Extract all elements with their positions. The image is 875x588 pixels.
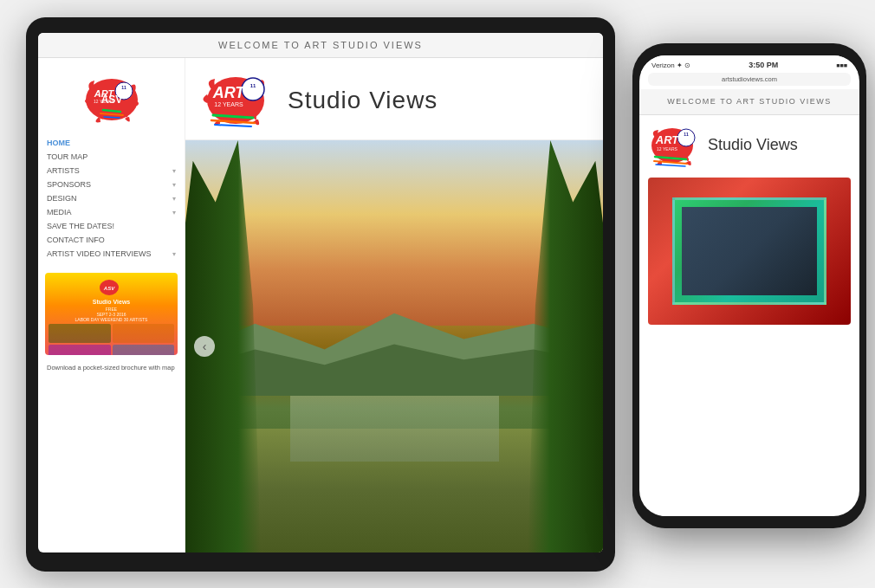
phone-status-bar: Verizon ✦ ⊙ 3:50 PM ■■■ <box>639 55 859 73</box>
nav-item-tourmap[interactable]: TOUR MAP <box>47 150 176 164</box>
sidebar-caption: Download a pocket-sized brochure with ma… <box>38 360 185 376</box>
phone-screen: Verizon ✦ ⊙ 3:50 PM ■■■ artstudioviews.c… <box>639 55 859 516</box>
sidebar-logo: ASV 11 ART 12 YEARS <box>38 67 185 136</box>
phone-url-text: artstudioviews.com <box>722 75 777 83</box>
sidebar-brochure[interactable]: ASV Studio Views FREESEPT 2-3 2016LABOR … <box>45 273 178 355</box>
scene: WELCOME TO ART STUDIO VIEWS <box>0 0 875 588</box>
site-logo-text: Studio Views <box>288 87 438 114</box>
sidebar: ASV 11 ART 12 YEARS <box>38 58 185 552</box>
nav-label-artists: ARTISTS <box>47 166 80 175</box>
main-content: 11 ART 12 YEARS Studio Views <box>185 58 603 552</box>
phone-time: 3:50 PM <box>749 61 778 69</box>
nav-item-savedates[interactable]: SAVE THE DATES! <box>47 219 176 233</box>
nav-item-design[interactable]: DESIGN ▾ <box>47 191 176 205</box>
tablet-screen: WELCOME TO ART STUDIO VIEWS <box>38 33 603 552</box>
phone-logo-text: Studio Views <box>708 136 798 154</box>
nav-label-videos: ARTIST VIDEO INTERVIEWS <box>47 249 152 258</box>
svg-line-18 <box>215 125 251 126</box>
svg-line-6 <box>104 117 120 118</box>
phone-carrier: Verizon ✦ ⊙ <box>651 61 690 69</box>
nav-label-design: DESIGN <box>47 194 77 203</box>
svg-text:12 YEARS: 12 YEARS <box>214 101 243 107</box>
sidebar-navigation: HOME TOUR MAP ARTISTS ▾ SPONSORS ▾ <box>38 136 185 261</box>
nav-label-savedates: SAVE THE DATES! <box>47 222 114 230</box>
nav-item-videos[interactable]: ARTIST VIDEO INTERVIEWS ▾ <box>47 247 176 261</box>
tablet-device: WELCOME TO ART STUDIO VIEWS <box>26 17 615 572</box>
nav-label-contact: CONTACT INFO <box>47 236 105 244</box>
chevron-sponsors: ▾ <box>172 181 176 189</box>
nav-item-media[interactable]: MEDIA ▾ <box>47 205 176 219</box>
water-layer <box>290 396 499 462</box>
svg-text:12 YEARS: 12 YEARS <box>94 99 114 104</box>
phone-logo-splash: 11 ART 12 YEARS <box>648 124 704 167</box>
asv-logo: ASV 11 ART 12 YEARS <box>81 74 142 126</box>
tablet-title: WELCOME TO ART STUDIO VIEWS <box>218 40 423 50</box>
nav-label-home: HOME <box>47 139 70 147</box>
phone-site-header: WELCOME TO ART STUDIO VIEWS <box>639 89 859 115</box>
site-logo-area: 11 ART 12 YEARS Studio Views <box>185 58 603 140</box>
svg-text:11: 11 <box>250 83 256 88</box>
svg-text:ART: ART <box>93 88 114 99</box>
phone-url-bar[interactable]: artstudioviews.com <box>648 73 851 86</box>
nav-label-tourmap: TOUR MAP <box>47 152 88 161</box>
svg-text:12 YEARS: 12 YEARS <box>657 146 677 152</box>
phone-title: WELCOME TO ART STUDIO VIEWS <box>667 97 831 106</box>
phone-content: WELCOME TO ART STUDIO VIEWS 11 <box>639 89 859 516</box>
phone-battery: ■■■ <box>836 62 847 68</box>
svg-line-28 <box>656 165 685 166</box>
artwork-detail <box>672 197 827 305</box>
svg-text:ART: ART <box>655 133 680 146</box>
site-logo-splash: 11 ART 12 YEARS <box>203 70 281 131</box>
svg-text:ART: ART <box>212 84 247 101</box>
tablet-header: WELCOME TO ART STUDIO VIEWS <box>38 33 603 58</box>
chevron-design: ▾ <box>172 195 176 203</box>
nav-item-artists[interactable]: ARTISTS ▾ <box>47 164 176 178</box>
nav-label-sponsors: SPONSORS <box>47 180 91 189</box>
chevron-videos: ▾ <box>172 250 176 258</box>
tablet-body: ASV 11 ART 12 YEARS <box>38 58 603 552</box>
prev-slide-button[interactable]: ‹ <box>194 336 215 357</box>
nav-label-media: MEDIA <box>47 208 72 216</box>
chevron-artists: ▾ <box>172 167 176 175</box>
brochure-title: Studio Views <box>93 299 130 305</box>
svg-text:11: 11 <box>121 85 126 90</box>
phone-artwork <box>648 178 851 325</box>
nav-item-sponsors[interactable]: SPONSORS ▾ <box>47 178 176 191</box>
svg-text:ASV: ASV <box>102 286 114 291</box>
nav-item-contact[interactable]: CONTACT INFO <box>47 233 176 247</box>
hero-image-area: ‹ <box>185 140 603 552</box>
nav-item-home[interactable]: HOME <box>47 136 176 150</box>
phone-device: Verizon ✦ ⊙ 3:50 PM ■■■ artstudioviews.c… <box>632 43 866 528</box>
chevron-media: ▾ <box>172 209 176 216</box>
svg-point-12 <box>242 78 264 100</box>
svg-text:11: 11 <box>684 132 689 137</box>
phone-logo-area: 11 ART 12 YEARS Studio Views <box>639 115 859 172</box>
